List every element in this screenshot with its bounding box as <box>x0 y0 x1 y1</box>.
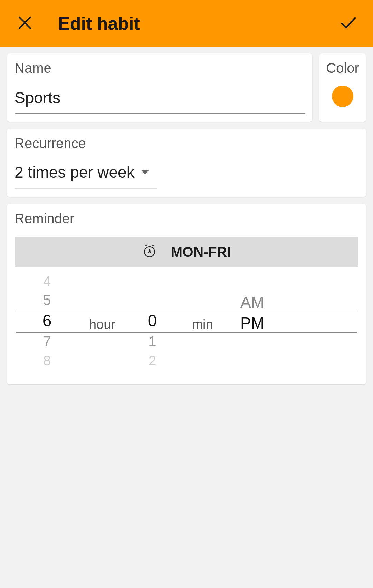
app-header: Edit habit <box>0 0 373 47</box>
recurrence-card: Recurrence 2 times per week <box>7 129 366 197</box>
name-input[interactable] <box>15 86 305 114</box>
recurrence-label: Recurrence <box>15 136 358 151</box>
ampm-option-selected[interactable]: PM <box>240 313 264 333</box>
reminder-days-chip[interactable]: MON-FRI <box>15 237 358 267</box>
name-card: Name <box>7 53 312 122</box>
time-picker: 4 5 6 7 8 hour 0 1 2 min AM <box>15 273 358 376</box>
chevron-down-icon <box>141 170 149 175</box>
close-icon[interactable] <box>17 14 33 32</box>
page-title: Edit habit <box>58 13 315 34</box>
reminder-card: Reminder MON-FRI 4 5 6 7 8 <box>7 204 366 384</box>
minute-option <box>150 273 154 290</box>
hour-unit-label: hour <box>78 273 126 376</box>
name-label: Name <box>15 60 305 76</box>
hour-option[interactable]: 4 <box>43 273 51 290</box>
minute-option <box>150 290 154 311</box>
recurrence-value: 2 times per week <box>15 163 135 182</box>
recurrence-dropdown[interactable]: 2 times per week <box>15 161 157 189</box>
minute-option[interactable]: 1 <box>148 331 156 352</box>
minute-option-selected[interactable]: 0 <box>148 311 157 331</box>
hour-option-selected[interactable]: 6 <box>42 311 52 331</box>
color-card[interactable]: Color <box>319 53 366 122</box>
minute-picker[interactable]: 0 1 2 <box>126 273 178 376</box>
alarm-icon <box>142 244 157 260</box>
hour-option[interactable]: 8 <box>43 352 51 369</box>
color-label: Color <box>326 60 359 76</box>
reminder-label: Reminder <box>15 211 358 226</box>
minute-unit-label: min <box>178 273 227 376</box>
minute-option[interactable]: 2 <box>149 352 156 369</box>
hour-option[interactable]: 7 <box>43 331 51 352</box>
hour-option[interactable]: 5 <box>43 290 51 311</box>
reminder-days-text: MON-FRI <box>171 244 231 260</box>
color-swatch[interactable] <box>332 86 353 107</box>
content-area: Name Color Recurrence 2 times per week R… <box>0 47 373 398</box>
ampm-option[interactable]: AM <box>240 292 264 313</box>
confirm-icon[interactable] <box>340 14 356 32</box>
ampm-picker[interactable]: AM PM <box>227 273 357 376</box>
hour-picker[interactable]: 4 5 6 7 8 <box>16 273 78 376</box>
